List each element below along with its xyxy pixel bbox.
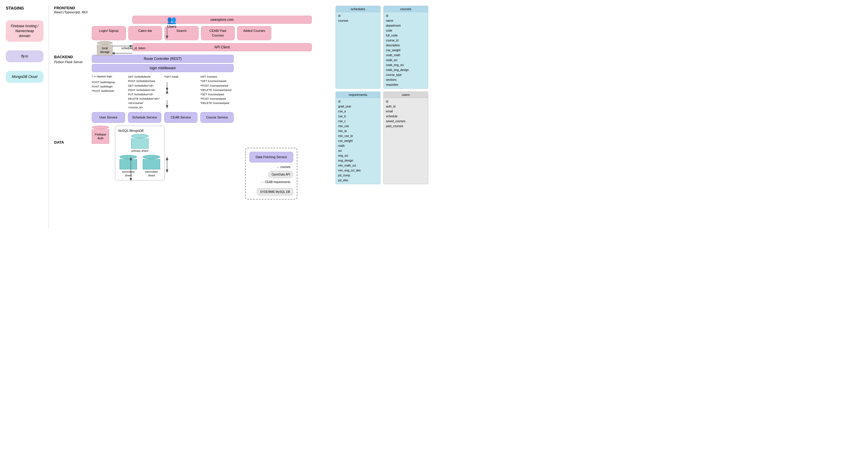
users-area: 👥 Users xyxy=(167,15,176,29)
req-field-pdcomp: pd_comp xyxy=(338,173,378,178)
schedules-table-header: schedules xyxy=(336,6,380,12)
primary-shard-label: primary shard xyxy=(131,149,148,153)
ceab-service-label: CEAB Service xyxy=(171,116,191,119)
req-field-pdelec: pd_elec xyxy=(338,178,378,183)
nosql-area: NoSQL MongoDB primary shard xyxy=(115,126,165,180)
mongodb-label: MongoDB Cloud xyxy=(12,75,37,79)
route-get-schedules-id: GET /schedules/id xyxy=(128,74,161,79)
route-delete-courses-saved: *DELETE /courses/saved xyxy=(200,88,234,92)
local-storage-area: local storage xyxy=(97,41,113,56)
secondary-shards-row: secondary shard secondary shard xyxy=(118,155,161,177)
route-put-schedules-id: PUT /schedules/<id> xyxy=(128,92,161,96)
courses-table-header: courses xyxy=(383,6,428,12)
data-fetching-label: Data Fetching Service xyxy=(256,155,287,159)
route-delete-schedules: DELETE /schedules/<id>/ xyxy=(128,96,161,101)
courses-field-ceabsci: ceab_sci xyxy=(386,58,426,63)
route-post-courses-past: *POST /courses/past xyxy=(200,96,234,101)
courses-field-code: code xyxy=(386,28,426,33)
data-fetching-area: Data Fetching Service ← courses OpenData… xyxy=(245,148,297,199)
nav-btn-added[interactable]: Added Courses xyxy=(237,26,271,40)
users-table-header: users xyxy=(383,92,428,98)
route-controller-label: Route Controller (REST) xyxy=(144,57,182,61)
flyio-label: fly.io xyxy=(21,54,28,58)
login-middleware-label: login middleware xyxy=(150,66,176,70)
firebase-auth-label: Firebase Auth xyxy=(92,133,109,140)
req-field-mincsete: min_cse_te xyxy=(338,133,378,138)
route-delete-schedules-course: <id>/course/ xyxy=(128,101,161,105)
users-field-pastcourses: past_courses xyxy=(386,124,426,129)
course-service-label: Course Service xyxy=(206,116,228,119)
users-field-savedcourses: saved_courses xyxy=(386,119,426,124)
firebase-hosting-box: Firebase hosting / Namecheap domain xyxy=(6,20,43,42)
route-post-schedules-new: POST /schedules/new xyxy=(128,79,161,83)
courses-field-ceabengsci: ceab_eng_sci xyxy=(386,63,426,67)
users-field-email: email xyxy=(386,109,426,114)
local-storage-label: local storage xyxy=(97,46,112,54)
opendata-api-label: OpenData API xyxy=(272,173,290,176)
users-field-authid: auth_id xyxy=(386,104,426,109)
nav-btn-calendar[interactable]: Calen dar xyxy=(128,26,162,40)
user-service-label: User Service xyxy=(99,116,118,119)
req-field-csea: cse_a xyxy=(338,109,378,114)
nosql-box: NoSQL MongoDB primary shard xyxy=(115,126,165,180)
req-field-cseweight: cse_weight xyxy=(338,138,378,143)
data-content: Firebase Auth NoSQL MongoDB xyxy=(92,126,165,180)
route-get-schedules-id2: GET /schedules/<id> xyxy=(128,84,161,88)
data-fetching-box: Data Fetching Service xyxy=(249,152,293,162)
courses-field-desc: description xyxy=(386,43,426,48)
courses-field-cseweight: cse_weight xyxy=(386,48,426,53)
login-middleware-bar: login middleware xyxy=(92,64,234,72)
shard2-cyl-body xyxy=(143,159,160,169)
backend-title: BACKEND xyxy=(54,55,92,59)
users-field-schedule: schedule xyxy=(386,114,426,119)
route-controller-bar: Route Controller (REST) xyxy=(92,55,234,63)
routes-col-courses: GET /courses *GET /courses/saved *POST /… xyxy=(200,74,234,110)
sidebar-divider xyxy=(49,6,49,228)
url-bar: uwexplore.com xyxy=(132,15,312,24)
courses-field-id: id xyxy=(386,13,426,18)
users-table-body: id auth_id email schedule saved_courses … xyxy=(383,98,428,130)
data-title: DATA xyxy=(54,126,92,145)
courses-arrow-label: ← courses xyxy=(277,165,290,168)
courses-field-fullcode: full_code xyxy=(386,33,426,38)
schedule-id-text: schedule_id, token xyxy=(121,46,145,51)
primary-shard-cyl-top xyxy=(131,134,149,138)
route-get-courses: GET /courses xyxy=(200,74,234,79)
courses-field-coursetype: course_type xyxy=(386,72,426,77)
req-field-minengsci: min_eng_sci_des xyxy=(338,168,378,173)
courses-field-dept: department xyxy=(386,23,426,28)
courses-field-ceabengdesign: ceab_eng_design xyxy=(386,67,426,72)
routes-grid: * ⇒ requires login POST /auth/signup POS… xyxy=(92,74,234,110)
req-field-engsci: eng_sci xyxy=(338,153,378,158)
req-field-sci: sci xyxy=(338,148,378,153)
frontend-title: FRONTEND xyxy=(54,6,330,10)
nav-btn-ceab[interactable]: CEAB/ Past Courses xyxy=(201,26,235,40)
req-field-engdesign: eng_design xyxy=(338,158,378,163)
secondary-shard-1-label: secondary shard xyxy=(118,170,138,177)
secondary-shard-1: secondary shard xyxy=(118,155,138,177)
schedules-table: schedules id courses xyxy=(336,6,380,89)
requires-note: * ⇒ requires login xyxy=(92,74,125,79)
opendata-api-box: OpenData API xyxy=(269,171,293,178)
schedule-service-box: Schedule Service xyxy=(128,112,161,123)
firebase-label: Firebase hosting / Namecheap domain xyxy=(11,24,38,38)
courses-field-name: name xyxy=(386,18,426,23)
nosql-label: NoSQL MongoDB xyxy=(118,129,144,132)
courses-field-courseid: course_id xyxy=(386,38,426,43)
staging-title: STAGING xyxy=(6,6,24,10)
url-label: uwexplore.com xyxy=(211,18,234,22)
requirements-table-header: requirements xyxy=(336,92,380,98)
schedule-service-label: Schedule Service xyxy=(132,116,157,119)
schedules-field-id: id xyxy=(338,13,378,18)
api-client-label: API Client xyxy=(214,45,229,49)
frontend-subtitle: React (Typescript), MUI xyxy=(54,10,330,14)
ceab-service-box: CEAB Service xyxy=(164,112,197,123)
firebase-auth-area: Firebase Auth xyxy=(92,126,109,144)
backend-subtitle: Python Flask Server xyxy=(54,60,92,65)
req-field-id: id xyxy=(338,99,378,104)
user-service-box: User Service xyxy=(92,112,125,123)
routes-col-auth: * ⇒ requires login POST /auth/signup POS… xyxy=(92,74,125,110)
nav-btn-login[interactable]: Login/ Signup xyxy=(92,26,126,40)
primary-shard-area: primary shard xyxy=(130,134,150,153)
flyio-box: fly.io xyxy=(6,51,43,62)
